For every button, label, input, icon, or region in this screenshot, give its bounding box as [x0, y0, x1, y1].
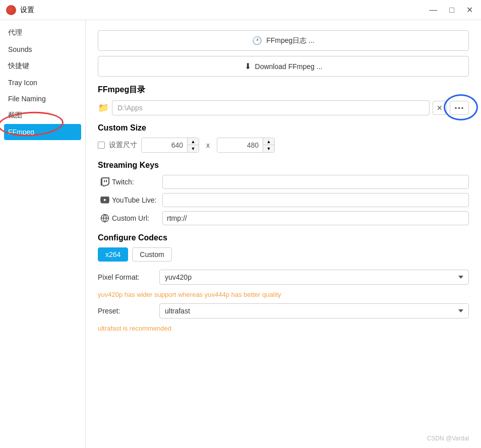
- sidebar-item-shortcuts[interactable]: 快捷键: [0, 57, 85, 75]
- width-increment-button[interactable]: ▲: [188, 138, 199, 145]
- sidebar-item-proxy[interactable]: 代理: [0, 24, 85, 41]
- height-spinners: ▲ ▼: [263, 138, 274, 152]
- pixel-format-hint: yuv420p has wider support whereas yuv444…: [98, 291, 469, 298]
- height-increment-button[interactable]: ▲: [263, 138, 274, 145]
- sidebar-item-ffmpeg[interactable]: FFmpeg: [4, 124, 81, 140]
- ffmpeg-log-button[interactable]: 🕐 FFmpeg日志 ...: [98, 30, 469, 51]
- custom-size-label: 设置尺寸: [109, 141, 137, 150]
- preset-row: Preset: ultrafast superfast veryfast fas…: [98, 303, 469, 318]
- folder-icon: 📁: [98, 102, 109, 113]
- maximize-button[interactable]: □: [447, 6, 456, 14]
- custom-size-row: 设置尺寸 ▲ ▼ x ▲ ▼: [98, 138, 469, 153]
- width-input-group: ▲ ▼: [141, 138, 199, 153]
- window-controls: — □ ✕: [427, 6, 475, 14]
- twitch-row: Twitch:: [98, 175, 469, 189]
- ffmpeg-dir-heading: FFmpeg目录: [98, 85, 469, 95]
- preset-select[interactable]: ultrafast superfast veryfast faster fast…: [159, 303, 469, 318]
- main-layout: 代理 Sounds 快捷键 Tray Icon File Naming 截图 F…: [0, 20, 481, 448]
- youtube-label: YouTube Live:: [112, 196, 162, 204]
- twitch-label: Twitch:: [112, 178, 162, 186]
- ffmpeg-dir-clear-button[interactable]: ✕: [433, 101, 447, 115]
- youtube-icon: [98, 197, 112, 204]
- custom-url-row: Custom Url: rtmp://: [98, 211, 469, 225]
- titlebar: 设置 — □ ✕: [0, 0, 481, 20]
- codec-tab-x264[interactable]: x264: [98, 247, 128, 262]
- sidebar: 代理 Sounds 快捷键 Tray Icon File Naming 截图 F…: [0, 20, 86, 448]
- height-input-group: ▲ ▼: [217, 138, 275, 153]
- pixel-format-label: Pixel Format:: [98, 273, 153, 281]
- preset-hint: ultrafast is recommended: [98, 325, 469, 332]
- codec-tab-custom[interactable]: Custom: [132, 247, 171, 262]
- sidebar-item-file-naming[interactable]: File Naming: [0, 91, 85, 107]
- custom-url-label: Custom Url:: [112, 214, 162, 222]
- ffmpeg-dir-input[interactable]: [112, 100, 430, 115]
- close-button[interactable]: ✕: [464, 6, 475, 14]
- width-decrement-button[interactable]: ▼: [188, 145, 199, 152]
- download-ffmpeg-button[interactable]: ⬇ Download FFmpeg ...: [98, 56, 469, 77]
- custom-url-input[interactable]: rtmp://: [162, 211, 469, 225]
- watermark: CSDN @Vardal: [427, 435, 469, 442]
- download-icon: ⬇: [245, 61, 251, 71]
- streaming-keys-heading: Streaming Keys: [98, 161, 469, 170]
- youtube-row: YouTube Live:: [98, 193, 469, 207]
- sidebar-item-capture[interactable]: 截图: [0, 107, 85, 124]
- history-icon: 🕐: [252, 36, 262, 45]
- minimize-button[interactable]: —: [427, 6, 439, 14]
- ffmpeg-dir-row: 📁 ✕ ···: [98, 100, 469, 115]
- titlebar-title: 设置: [20, 6, 427, 15]
- width-spinners: ▲ ▼: [187, 138, 199, 152]
- height-decrement-button[interactable]: ▼: [263, 145, 274, 152]
- custom-size-checkbox[interactable]: [98, 142, 105, 149]
- custom-size-heading: Custom Size: [98, 123, 469, 133]
- size-x-separator: x: [203, 141, 213, 149]
- youtube-input[interactable]: [162, 193, 469, 207]
- twitch-input[interactable]: [162, 175, 469, 189]
- globe-icon: [98, 214, 112, 223]
- app-icon: [6, 5, 16, 15]
- codec-tabs: x264 Custom: [98, 247, 469, 262]
- sidebar-item-tray-icon[interactable]: Tray Icon: [0, 75, 85, 91]
- pixel-format-select[interactable]: yuv420p yuv444p yuv422p: [159, 270, 469, 285]
- content-area: 🕐 FFmpeg日志 ... ⬇ Download FFmpeg ... FFm…: [86, 20, 481, 448]
- sidebar-item-sounds[interactable]: Sounds: [0, 41, 85, 57]
- twitch-icon: [98, 177, 112, 186]
- ffmpeg-dir-more-button[interactable]: ···: [450, 101, 469, 115]
- configure-codecs-heading: Configure Codecs: [98, 233, 469, 242]
- width-input[interactable]: [142, 139, 187, 152]
- preset-label: Preset:: [98, 307, 153, 315]
- height-input[interactable]: [217, 139, 263, 152]
- pixel-format-row: Pixel Format: yuv420p yuv444p yuv422p: [98, 270, 469, 285]
